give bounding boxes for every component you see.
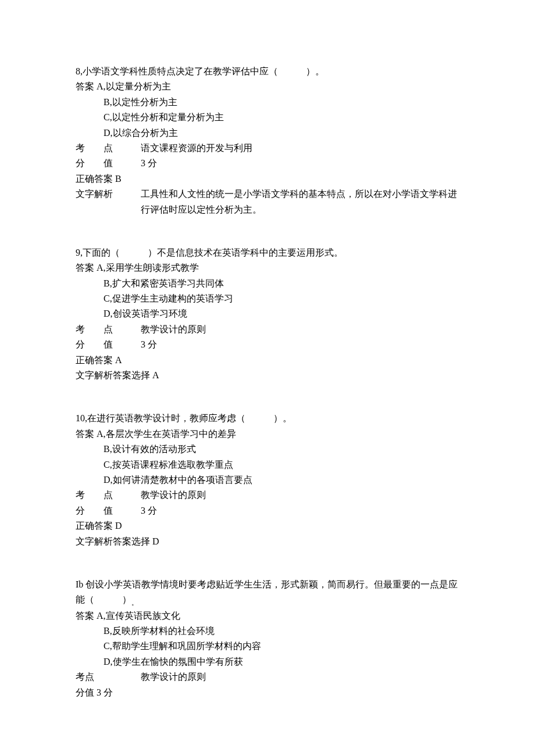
correct-value: B	[115, 174, 122, 184]
jiexi-row: 文字解析答案选择 D	[76, 534, 459, 549]
option-b: B,以定性分析为主	[76, 95, 459, 110]
question-block: 9,下面的（ ）不是信息技术在英语学科中的主要运用形式。 答案 A,采用学生朗读…	[76, 245, 459, 384]
fenzhi-row: 分值 3 分	[76, 685, 459, 700]
correct-answer: 正确答案 A	[76, 353, 459, 368]
jiexi-row: 文字解析 工具性和人文性的统一是小学语文学科的基本特点，所以在对小学语文学科进行…	[76, 187, 459, 217]
option-a: 答案 A,采用学生朗读形式教学	[76, 260, 459, 275]
option-d: D,创设英语学习环境	[76, 306, 459, 321]
option-text: A,各层次学生在英语学习中的差异	[97, 429, 236, 439]
jiexi-value: 答案选择 D	[113, 536, 159, 546]
question-number: 8	[76, 66, 80, 76]
answer-prefix: 答案	[76, 81, 94, 91]
kaodian-label: 考点	[76, 669, 141, 685]
question-stem: Ib 创设小学英语教学情境时要考虑贴近学生生活，形式新颖，简而易行。但最重要的一…	[76, 577, 459, 608]
question-stem: 8,小学语文学科性质特点决定了在教学评估中应（ ）。	[76, 64, 459, 79]
jiexi-value: 答案选择 A	[113, 370, 159, 380]
question-number: 9	[76, 248, 80, 257]
fenzhi-value: 3 分	[97, 687, 113, 697]
fenzhi-row: 分 值 3 分	[76, 337, 459, 352]
kaodian-row: 考 点 教学设计的原则	[76, 322, 459, 337]
kaodian-row: 考点 教学设计的原则	[76, 669, 459, 685]
stem-text: 小学语文学科性质特点决定了在教学评估中应（ ）。	[83, 66, 324, 76]
question-block: 10,在进行英语教学设计时，教师应考虑（ ）。 答案 A,各层次学生在英语学习中…	[76, 411, 459, 549]
question-number: 10	[76, 413, 85, 423]
kaodian-row: 考 点 语文课程资源的开发与利用	[76, 141, 459, 156]
stem-text: 在进行英语教学设计时，教师应考虑（ ）。	[87, 413, 292, 423]
correct-answer: 正确答案 B	[76, 171, 459, 187]
stem-suffix: 。	[131, 600, 138, 607]
option-a: 答案 A,以定量分析为主	[76, 79, 459, 94]
answer-prefix: 答案	[76, 611, 94, 621]
fenzhi-value: 3 分	[141, 156, 157, 171]
option-text: A,宣传英语民族文化	[97, 611, 180, 621]
kaodian-label: 考 点	[76, 141, 141, 156]
question-stem: 9,下面的（ ）不是信息技术在英语学科中的主要运用形式。	[76, 245, 459, 260]
kaodian-label: 考 点	[76, 322, 141, 337]
fenzhi-label: 分 值	[76, 337, 141, 352]
option-text: A,采用学生朗读形式教学	[97, 263, 199, 273]
option-b: B,扩大和紧密英语学习共同体	[76, 276, 459, 291]
correct-label: 正确答案	[76, 174, 113, 184]
question-stem: 10,在进行英语教学设计时，教师应考虑（ ）。	[76, 411, 459, 426]
kaodian-value: 教学设计的原则	[141, 322, 206, 337]
kaodian-value: 语文课程资源的开发与利用	[141, 141, 252, 156]
jiexi-label: 文字解析	[76, 370, 113, 380]
question-block: 8,小学语文学科性质特点决定了在教学评估中应（ ）。 答案 A,以定量分析为主 …	[76, 64, 459, 217]
option-b: B,设计有效的活动形式	[76, 442, 459, 457]
correct-value: D	[115, 521, 122, 531]
fenzhi-label: 分 值	[76, 503, 141, 518]
option-c: C,帮助学生理解和巩固所学材料的内容	[76, 639, 459, 654]
answer-prefix: 答案	[76, 263, 94, 273]
option-text: A,以定量分析为主	[97, 81, 171, 91]
kaodian-value: 教学设计的原则	[141, 669, 206, 685]
option-a: 答案 A,宣传英语民族文化	[76, 608, 459, 624]
jiexi-value: 工具性和人文性的统一是小学语文学科的基本特点，所以在对小学语文学科进行评估时应以…	[141, 187, 459, 217]
question-number: Ib	[76, 579, 83, 589]
jiexi-row: 文字解析答案选择 A	[76, 368, 459, 383]
option-a: 答案 A,各层次学生在英语学习中的差异	[76, 427, 459, 442]
fenzhi-value: 3 分	[141, 337, 157, 352]
kaodian-value: 教学设计的原则	[141, 488, 206, 503]
kaodian-row: 考 点 教学设计的原则	[76, 488, 459, 503]
document-page: 8,小学语文学科性质特点决定了在教学评估中应（ ）。 答案 A,以定量分析为主 …	[0, 0, 535, 756]
option-d: D,以综合分析为主	[76, 126, 459, 141]
kaodian-label: 考 点	[76, 488, 141, 503]
option-b: B,反映所学材料的社会环境	[76, 624, 459, 639]
answer-prefix: 答案	[76, 429, 94, 439]
correct-label: 正确答案	[76, 355, 113, 365]
option-d: D,使学生在愉快的氛围中学有所获	[76, 654, 459, 669]
correct-answer: 正确答案 D	[76, 518, 459, 533]
question-block: Ib 创设小学英语教学情境时要考虑贴近学生生活，形式新颖，简而易行。但最重要的一…	[76, 577, 459, 700]
fenzhi-value: 3 分	[141, 503, 157, 518]
correct-label: 正确答案	[76, 521, 113, 531]
fenzhi-label: 分 值	[76, 156, 141, 171]
jiexi-label: 文字解析	[76, 536, 113, 546]
option-c: C,以定性分析和定量分析为主	[76, 110, 459, 125]
jiexi-label: 文字解析	[76, 187, 141, 217]
correct-value: A	[115, 355, 122, 365]
option-c: C,按英语课程标准选取教学重点	[76, 457, 459, 472]
stem-text: 下面的（ ）不是信息技术在英语学科中的主要运用形式。	[83, 248, 343, 257]
fenzhi-row: 分 值 3 分	[76, 503, 459, 518]
fenzhi-row: 分 值 3 分	[76, 156, 459, 171]
option-d: D,如何讲清楚教材中的各项语言要点	[76, 472, 459, 488]
option-c: C,促进学生主动建构的英语学习	[76, 291, 459, 306]
fenzhi-label: 分值	[76, 687, 94, 697]
